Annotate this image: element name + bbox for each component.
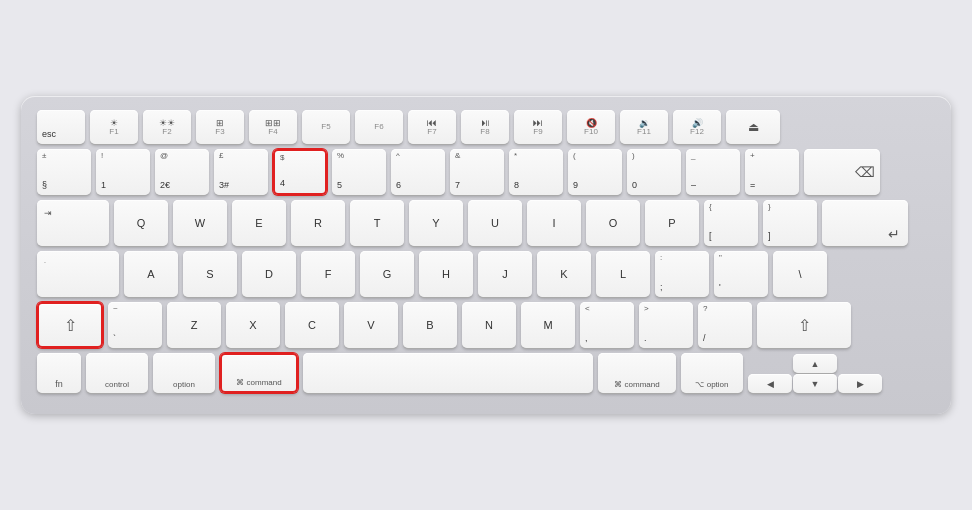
qwerty-row: ⇥ Q W E R T Y U I O P (37, 200, 935, 246)
key-s[interactable]: S (183, 251, 237, 297)
key-i[interactable]: I (527, 200, 581, 246)
key-e[interactable]: E (232, 200, 286, 246)
key-q[interactable]: Q (114, 200, 168, 246)
key-slash[interactable]: ? / (698, 302, 752, 348)
key-control[interactable]: control (86, 353, 148, 393)
key-option-left[interactable]: option (153, 353, 215, 393)
key-u[interactable]: U (468, 200, 522, 246)
asdf-row: · A S D F G H J K L : ; (37, 251, 935, 297)
key-f6[interactable]: F6 (355, 110, 403, 144)
key-esc[interactable]: esc (37, 110, 85, 144)
key-period[interactable]: > . (639, 302, 693, 348)
key-4[interactable]: $ 4 (273, 149, 327, 195)
key-comma[interactable]: < , (580, 302, 634, 348)
key-z[interactable]: Z (167, 302, 221, 348)
zxcv-row: ⇧ ~ ` Z X C V B N M < , > (37, 302, 935, 348)
key-fn[interactable]: fn (37, 353, 81, 393)
key-3[interactable]: £ 3# (214, 149, 268, 195)
key-7[interactable]: & 7 (450, 149, 504, 195)
key-eject[interactable]: ⏏ (726, 110, 780, 144)
key-f[interactable]: F (301, 251, 355, 297)
key-caps-lock[interactable]: · (37, 251, 119, 297)
key-g[interactable]: G (360, 251, 414, 297)
key-enter[interactable]: ↵ (822, 200, 908, 246)
key-9[interactable]: ( 9 (568, 149, 622, 195)
key-t[interactable]: T (350, 200, 404, 246)
key-f12[interactable]: 🔊 F12 (673, 110, 721, 144)
key-option-right[interactable]: ⌥ option (681, 353, 743, 393)
key-v[interactable]: V (344, 302, 398, 348)
key-quote[interactable]: " ' (714, 251, 768, 297)
number-row: ± § ! 1 @ 2€ £ 3# $ 4 % 5 ^ 6 & 7 (37, 149, 935, 195)
arrow-keys: ▲ ◀ ▼ ▶ (748, 354, 882, 393)
key-equals[interactable]: + = (745, 149, 799, 195)
key-b[interactable]: B (403, 302, 457, 348)
key-n[interactable]: N (462, 302, 516, 348)
key-space[interactable] (303, 353, 593, 393)
key-f4[interactable]: ⊞⊞ F4 (249, 110, 297, 144)
key-command-right[interactable]: ⌘ command (598, 353, 676, 393)
key-f5[interactable]: F5 (302, 110, 350, 144)
key-shift-right[interactable]: ⇧ (757, 302, 851, 348)
key-f3[interactable]: ⊞ F3 (196, 110, 244, 144)
key-a[interactable]: A (124, 251, 178, 297)
key-f10[interactable]: 🔇 F10 (567, 110, 615, 144)
key-arrow-left[interactable]: ◀ (748, 374, 792, 393)
key-l[interactable]: L (596, 251, 650, 297)
key-backtick[interactable]: ~ ` (108, 302, 162, 348)
key-tab[interactable]: ⇥ (37, 200, 109, 246)
key-o[interactable]: O (586, 200, 640, 246)
bottom-row: fn control option ⌘ command ⌘ command ⌥ … (37, 353, 935, 393)
fn-row: esc ☀ F1 ☀☀ F2 ⊞ F3 ⊞⊞ F4 F5 F6 ⏮ F7 ⏯ (37, 110, 935, 144)
key-j[interactable]: J (478, 251, 532, 297)
key-bracket-right[interactable]: } ] (763, 200, 817, 246)
key-y[interactable]: Y (409, 200, 463, 246)
key-f2[interactable]: ☀☀ F2 (143, 110, 191, 144)
key-arrow-down[interactable]: ▼ (793, 374, 837, 393)
key-command-left[interactable]: ⌘ command (220, 353, 298, 393)
key-f1[interactable]: ☀ F1 (90, 110, 138, 144)
key-d[interactable]: D (242, 251, 296, 297)
key-p[interactable]: P (645, 200, 699, 246)
key-h[interactable]: H (419, 251, 473, 297)
key-1[interactable]: ! 1 (96, 149, 150, 195)
key-shift-left[interactable]: ⇧ (37, 302, 103, 348)
key-w[interactable]: W (173, 200, 227, 246)
key-m[interactable]: M (521, 302, 575, 348)
key-f9[interactable]: ⏭ F9 (514, 110, 562, 144)
key-6[interactable]: ^ 6 (391, 149, 445, 195)
key-arrow-up[interactable]: ▲ (793, 354, 837, 373)
key-k[interactable]: K (537, 251, 591, 297)
key-2[interactable]: @ 2€ (155, 149, 209, 195)
keyboard: esc ☀ F1 ☀☀ F2 ⊞ F3 ⊞⊞ F4 F5 F6 ⏮ F7 ⏯ (21, 96, 951, 414)
key-semicolon[interactable]: : ; (655, 251, 709, 297)
key-arrow-right[interactable]: ▶ (838, 374, 882, 393)
key-backspace[interactable]: ⌫ (804, 149, 880, 195)
key-backslash[interactable]: \ (773, 251, 827, 297)
key-f7[interactable]: ⏮ F7 (408, 110, 456, 144)
key-r[interactable]: R (291, 200, 345, 246)
key-c[interactable]: C (285, 302, 339, 348)
key-f8[interactable]: ⏯ F8 (461, 110, 509, 144)
key-x[interactable]: X (226, 302, 280, 348)
key-8[interactable]: * 8 (509, 149, 563, 195)
key-0[interactable]: ) 0 (627, 149, 681, 195)
key-section[interactable]: ± § (37, 149, 91, 195)
key-5[interactable]: % 5 (332, 149, 386, 195)
key-minus[interactable]: _ – (686, 149, 740, 195)
key-f11[interactable]: 🔉 F11 (620, 110, 668, 144)
key-bracket-left[interactable]: { [ (704, 200, 758, 246)
